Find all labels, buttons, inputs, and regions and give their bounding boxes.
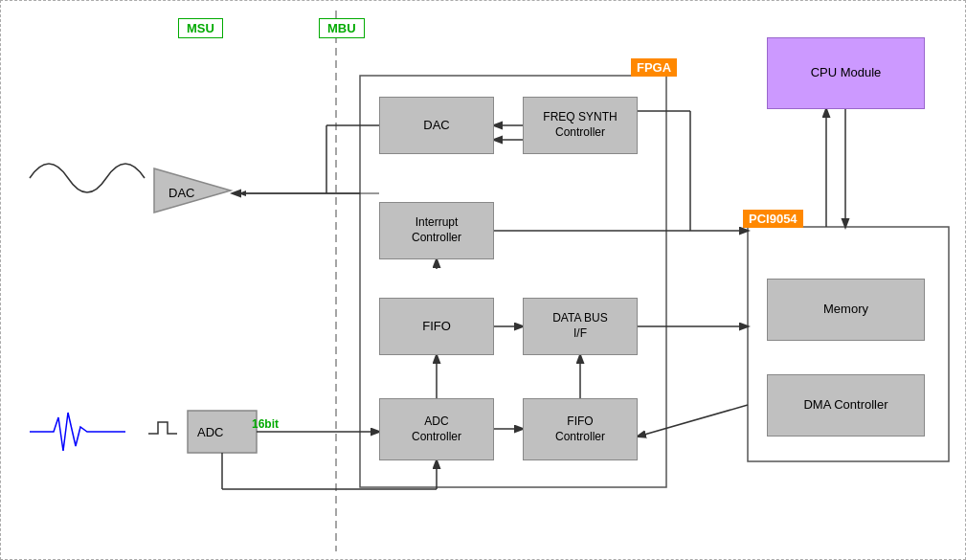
cpu-module-block: CPU Module bbox=[767, 37, 925, 109]
fifo-block: FIFO bbox=[379, 298, 494, 355]
fifo-label: FIFO bbox=[422, 319, 451, 335]
ram-label: DAC bbox=[423, 118, 449, 134]
freq-synth-label: FREQ SYNTHController bbox=[543, 110, 617, 140]
cpu-module-label: CPU Module bbox=[811, 65, 882, 81]
adc-ctrl-label: ADCController bbox=[412, 414, 461, 444]
msu-label: MSU bbox=[178, 18, 223, 38]
diagram-container: MSU MBU FPGA PCI9054 16bit CPU Module DA… bbox=[0, 0, 966, 560]
dac-label: DAC bbox=[168, 186, 194, 200]
dma-ctrl-label: DMA Controller bbox=[803, 397, 887, 414]
fifo-ctrl-label: FIFOController bbox=[555, 414, 605, 444]
pci9054-label: PCI9054 bbox=[743, 210, 803, 228]
data-bus-block: DATA BUSI/F bbox=[523, 298, 638, 355]
interrupt-ctrl-label: InterruptController bbox=[412, 215, 461, 245]
dma-ctrl-block: DMA Controller bbox=[767, 374, 925, 437]
16bit-label: 16bit bbox=[252, 417, 279, 431]
fpga-label: FPGA bbox=[631, 58, 677, 77]
svg-line-16 bbox=[638, 405, 748, 437]
memory-block: Memory bbox=[767, 279, 925, 341]
mbu-label: MBU bbox=[319, 18, 365, 38]
adc-ctrl-block: ADCController bbox=[379, 398, 494, 460]
memory-label: Memory bbox=[823, 302, 868, 318]
interrupt-ctrl-block: InterruptController bbox=[379, 202, 494, 259]
fifo-ctrl-block: FIFOController bbox=[523, 398, 638, 460]
adc-label: ADC bbox=[197, 425, 223, 439]
data-bus-label: DATA BUSI/F bbox=[552, 311, 608, 341]
ram-block: DAC bbox=[379, 97, 494, 154]
freq-synth-block: FREQ SYNTHController bbox=[523, 97, 638, 154]
